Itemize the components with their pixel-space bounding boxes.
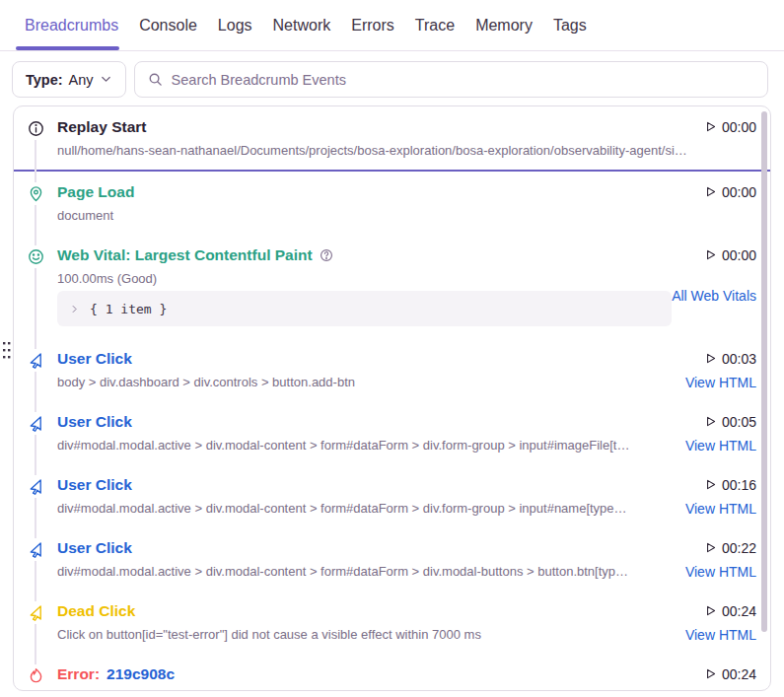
cursor-icon: [28, 349, 44, 372]
breadcrumb-right-column: 00:03View HTML: [685, 349, 756, 390]
cursor-icon: [28, 475, 44, 498]
breadcrumb-title: Dead Click: [57, 602, 135, 620]
timestamp-value: 00:24: [722, 603, 756, 619]
scrollbar-thumb[interactable]: [761, 111, 767, 632]
tab-bar: BreadcrumbsConsoleLogsNetworkErrorsTrace…: [0, 0, 784, 51]
breadcrumb-item[interactable]: Error:219c908cError: This is a test erro…: [14, 654, 770, 691]
breadcrumb-right-column: 00:05View HTML: [685, 412, 756, 453]
breadcrumb-right-column: 00:00: [704, 182, 756, 224]
breadcrumb-title: User Click: [57, 539, 132, 557]
cursor-icon: [28, 601, 44, 624]
breadcrumb-content: Web Vital: Largest Contentful Paint100.0…: [57, 245, 672, 327]
breadcrumb-item[interactable]: User Clickdiv#modal.modal.active > div.m…: [14, 527, 770, 591]
timestamp-value: 00:00: [722, 184, 756, 200]
breadcrumb-right-column: 00:00All Web Vitals: [672, 245, 756, 327]
play-icon: [704, 248, 717, 261]
play-icon: [704, 667, 717, 680]
timestamp-button[interactable]: 00:00: [704, 117, 756, 136]
timestamp-value: 00:16: [722, 477, 756, 493]
breadcrumb-content: User Clickdiv#modal.modal.active > div.m…: [57, 538, 685, 580]
breadcrumb-right-column: 00:24View HTML: [685, 601, 756, 643]
tab-breadcrumbs[interactable]: Breadcrumbs: [25, 0, 118, 50]
breadcrumb-title-row: User Click: [57, 349, 685, 368]
tab-memory[interactable]: Memory: [475, 0, 533, 50]
breadcrumb-content: User Clickdiv#modal.modal.active > div.m…: [57, 475, 685, 517]
view-html-link[interactable]: View HTML: [685, 627, 756, 643]
type-filter-label: Type:: [26, 72, 63, 88]
breadcrumb-right-column: 00:00: [704, 117, 756, 159]
view-html-link[interactable]: View HTML: [685, 564, 756, 580]
breadcrumb-icon-cell: [14, 349, 57, 390]
breadcrumb-item[interactable]: User Clickdiv#modal.modal.active > div.m…: [14, 464, 770, 527]
timestamp-button[interactable]: 00:00: [704, 245, 756, 264]
search-input[interactable]: [172, 72, 754, 88]
breadcrumb-icon-cell: [14, 664, 57, 691]
tab-trace[interactable]: Trace: [415, 0, 455, 50]
breadcrumb-title: User Click: [57, 350, 132, 368]
breadcrumb-description: body > div.dashboard > div.controls > bu…: [57, 375, 685, 390]
breadcrumb-content: User Clickdiv#modal.modal.active > div.m…: [57, 412, 685, 453]
breadcrumb-description: null/home/hans-sean-nathanael/Documents/…: [57, 143, 704, 159]
breadcrumb-icon-cell: [14, 182, 57, 224]
breadcrumb-item[interactable]: User Clickbody > div.dashboard > div.con…: [14, 338, 770, 401]
tab-console[interactable]: Console: [139, 0, 197, 50]
breadcrumb-content: User Clickbody > div.dashboard > div.con…: [57, 349, 685, 390]
view-html-link[interactable]: View HTML: [685, 375, 756, 390]
error-id-link[interactable]: 219c908c: [107, 665, 175, 683]
type-filter-dropdown[interactable]: Type: Any: [12, 61, 126, 98]
breadcrumb-right-column: 00:22View HTML: [685, 538, 756, 580]
help-icon[interactable]: [320, 248, 333, 262]
play-icon: [704, 415, 717, 428]
timestamp-button[interactable]: 00:03: [704, 349, 756, 368]
tab-network[interactable]: Network: [273, 0, 331, 50]
tab-tags[interactable]: Tags: [553, 0, 587, 50]
breadcrumb-icon-cell: [14, 412, 57, 453]
timestamp-value: 00:00: [722, 119, 756, 135]
play-icon: [704, 478, 717, 491]
breadcrumb-item[interactable]: Replay Startnull/home/hans-sean-nathanae…: [14, 106, 770, 170]
breadcrumb-content: Page Loaddocument: [57, 182, 704, 224]
breadcrumb-item[interactable]: Web Vital: Largest Contentful Paint100.0…: [14, 235, 770, 338]
breadcrumb-description: Error: This is a test error: [57, 690, 704, 691]
play-icon: [704, 352, 717, 365]
breadcrumb-item[interactable]: Page Loaddocument00:00: [14, 172, 770, 235]
breadcrumb-title-row: Page Load: [57, 182, 704, 201]
view-html-link[interactable]: View HTML: [685, 501, 756, 517]
timestamp-button[interactable]: 00:24: [704, 601, 756, 620]
timestamp-button[interactable]: 00:05: [704, 412, 756, 431]
breadcrumb-title: User Click: [57, 413, 132, 431]
tab-errors[interactable]: Errors: [351, 0, 394, 50]
breadcrumb-title: Error:: [57, 665, 100, 683]
breadcrumb-description: div#modal.modal.active > div.modal-conte…: [57, 564, 685, 580]
code-preview-toggle[interactable]: { 1 item }: [57, 291, 672, 326]
breadcrumbs-panel: Replay Startnull/home/hans-sean-nathanae…: [13, 105, 771, 691]
tab-logs[interactable]: Logs: [218, 0, 252, 50]
play-icon: [704, 541, 717, 554]
drag-handle-icon[interactable]: [2, 341, 12, 361]
timestamp-button[interactable]: 00:16: [704, 475, 756, 494]
breadcrumb-description: Click on button[id="test-error"] did not…: [57, 627, 685, 643]
cursor-icon: [28, 412, 44, 435]
breadcrumb-title: User Click: [57, 476, 132, 494]
fire-icon: [28, 664, 44, 687]
breadcrumb-content: Replay Startnull/home/hans-sean-nathanae…: [57, 117, 704, 159]
timestamp-button[interactable]: 00:22: [704, 538, 756, 557]
play-icon: [704, 604, 717, 617]
timestamp-value: 00:24: [722, 666, 756, 682]
all-web-vitals-link[interactable]: All Web Vitals: [672, 288, 756, 304]
breadcrumb-title: Replay Start: [57, 118, 146, 136]
timestamp-value: 00:05: [722, 414, 756, 430]
breadcrumb-item[interactable]: User Clickdiv#modal.modal.active > div.m…: [14, 401, 770, 464]
timestamp-button[interactable]: 00:00: [704, 182, 756, 201]
breadcrumb-title: Page Load: [57, 183, 134, 201]
timestamp-value: 00:22: [722, 540, 756, 556]
breadcrumb-list: Replay Startnull/home/hans-sean-nathanae…: [14, 106, 770, 691]
breadcrumb-icon-cell: [14, 601, 57, 643]
happy-face-icon: [28, 245, 44, 268]
breadcrumb-item[interactable]: Dead ClickClick on button[id="test-error…: [14, 591, 770, 654]
timestamp-button[interactable]: 00:24: [704, 664, 756, 683]
view-html-link[interactable]: View HTML: [685, 438, 756, 453]
search-box[interactable]: [134, 61, 768, 98]
type-filter-value: Any: [69, 72, 94, 88]
breadcrumb-title-row: User Click: [57, 538, 685, 557]
